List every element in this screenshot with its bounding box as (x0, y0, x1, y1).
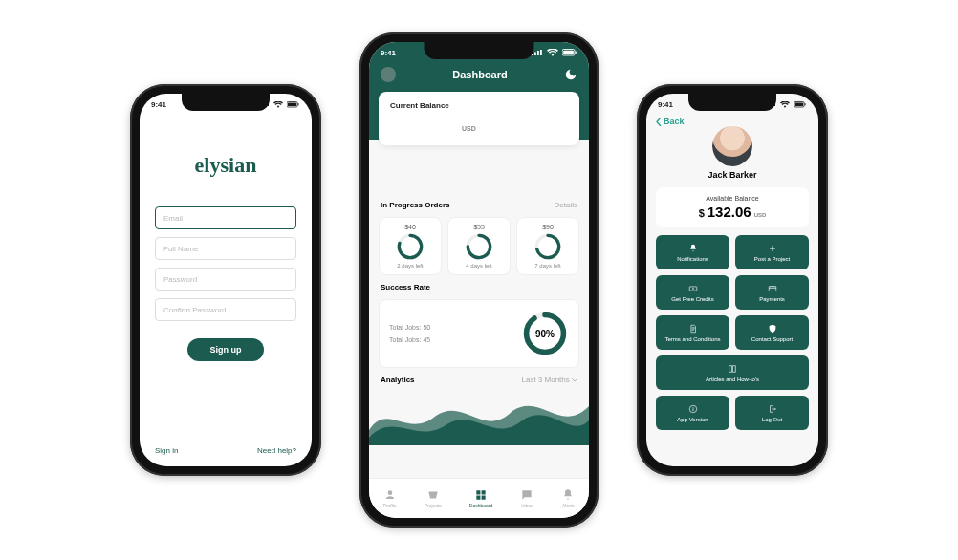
dashboard-icon (474, 488, 488, 502)
svg-rect-5 (576, 51, 577, 54)
order-price: $90 (542, 224, 554, 230)
order-price: $55 (473, 224, 485, 230)
avatar[interactable] (381, 67, 396, 82)
balance-amount: 132.06 (401, 114, 459, 136)
svg-rect-1 (288, 102, 296, 106)
tile-logout[interactable]: Log Out (735, 396, 809, 430)
tab-dashboard[interactable]: Dashboard (469, 488, 492, 508)
projects-icon (426, 488, 440, 502)
balance-label: Current Balance (390, 101, 568, 110)
battery-icon (794, 101, 807, 108)
orders-row: $40 2 days left $55 4 days left $90 7 da… (379, 217, 579, 275)
document-icon (688, 324, 698, 334)
orders-header: In Progress Orders Details (379, 201, 579, 209)
back-button[interactable]: Back (656, 117, 685, 126)
svg-rect-20 (769, 287, 776, 288)
dashboard-screen: 9:41 Dashboard Current Balance $ 132.06 … (369, 42, 589, 518)
progress-ring-icon (533, 232, 562, 261)
balance-currency: USD (754, 212, 767, 218)
tile-articles[interactable]: Articles and How-to's (656, 355, 809, 390)
tab-alerts[interactable]: Alerts (561, 488, 575, 508)
fullname-field[interactable]: Full Name (155, 237, 296, 260)
chevron-down-icon (572, 378, 577, 382)
header-bar: Dashboard (369, 63, 589, 82)
tile-post-project[interactable]: Post a Project (735, 235, 809, 269)
battery-icon (287, 101, 300, 108)
order-days: 4 days left (466, 263, 491, 269)
success-header: Success Rate (379, 283, 579, 291)
phone-signup: 9:41 elysian Email Full Name Password Co… (130, 84, 321, 476)
chat-icon (520, 488, 533, 502)
signup-screen: 9:41 elysian Email Full Name Password Co… (140, 94, 312, 466)
tile-terms[interactable]: Terms and Conditions (656, 315, 729, 350)
tile-free-credits[interactable]: Get Free Credits (656, 275, 729, 310)
svg-rect-19 (769, 286, 776, 291)
balance-currency: USD (462, 125, 476, 132)
device-notch (688, 94, 776, 111)
brand-logo: elysian (140, 153, 312, 178)
svg-rect-15 (795, 102, 803, 106)
wifi-icon (780, 101, 790, 108)
balance-card: Current Balance $ 132.06 USD (379, 92, 579, 145)
logout-icon (768, 404, 777, 414)
success-label: Success Rate (381, 283, 430, 291)
tab-bar: Profile Projects Dashboard Inbox Alerts (369, 478, 589, 518)
progress-ring-icon (465, 232, 493, 261)
order-days: 2 days left (397, 263, 423, 269)
email-field[interactable]: Email (155, 206, 296, 229)
signin-link[interactable]: Sign in (155, 446, 178, 455)
signup-button[interactable]: Sign up (187, 338, 264, 361)
battery-icon (562, 49, 577, 56)
signup-form: Email Full Name Password Confirm Passwor… (140, 206, 312, 361)
password-field[interactable]: Password (155, 268, 296, 291)
svg-rect-16 (805, 103, 806, 106)
tile-version[interactable]: App Version (656, 396, 729, 430)
page-title: Dashboard (452, 69, 507, 80)
avatar[interactable] (712, 126, 752, 166)
balance-amount: 132.06 (708, 204, 751, 220)
progress-ring-icon (396, 232, 425, 261)
analytics-label: Analytics (381, 376, 415, 384)
profile-screen: 9:41 Back Jack Barker Available Balance … (646, 94, 818, 466)
currency-symbol: $ (390, 118, 398, 134)
tab-projects[interactable]: Projects (425, 488, 442, 508)
tile-support[interactable]: Contact Support (735, 315, 809, 350)
tab-inbox[interactable]: Inbox (520, 488, 533, 508)
bell-icon (688, 244, 698, 253)
orders-details-link[interactable]: Details (555, 201, 577, 209)
balance-label: Available Balance (667, 195, 797, 202)
menu-grid: Notifications Post a Project Get Free Cr… (646, 235, 818, 430)
tile-payments[interactable]: Payments (735, 275, 809, 310)
analytics-chart (369, 392, 589, 445)
dark-mode-icon[interactable] (564, 68, 577, 81)
bell-icon (561, 488, 575, 502)
tab-profile[interactable]: Profile (383, 488, 397, 508)
wifi-icon (273, 101, 283, 108)
confirm-password-field[interactable]: Confirm Password (155, 298, 296, 321)
cash-icon (688, 284, 698, 293)
order-card-1[interactable]: $55 4 days left (447, 217, 511, 275)
profile-icon (383, 488, 397, 502)
shield-icon (768, 324, 777, 334)
wifi-icon (547, 49, 558, 56)
order-card-0[interactable]: $40 2 days left (379, 217, 442, 275)
success-pct: 90% (521, 310, 569, 357)
success-stats: Total Jobs: 50 Total Jobs: 45 (389, 324, 513, 343)
svg-rect-4 (563, 51, 574, 54)
phone-dashboard: 9:41 Dashboard Current Balance $ 132.06 … (359, 32, 599, 528)
signup-footer: Sign in Need help? (140, 435, 312, 466)
tile-notifications[interactable]: Notifications (656, 235, 729, 269)
profile-header: Jack Barker (646, 126, 818, 180)
balance-card: Available Balance $ 132.06 USD (656, 187, 809, 227)
status-indicators (532, 49, 577, 56)
order-card-2[interactable]: $90 7 days left (516, 217, 579, 275)
help-link[interactable]: Need help? (257, 446, 296, 455)
status-time: 9:41 (381, 49, 396, 57)
nav-bar: Back (646, 115, 818, 126)
svg-point-18 (692, 288, 694, 290)
success-ring: 90% (521, 310, 569, 357)
analytics-range[interactable]: Last 3 Months (522, 376, 577, 384)
success-card: Total Jobs: 50 Total Jobs: 45 90% (379, 299, 579, 368)
info-icon (688, 404, 698, 414)
device-notch (425, 42, 534, 59)
